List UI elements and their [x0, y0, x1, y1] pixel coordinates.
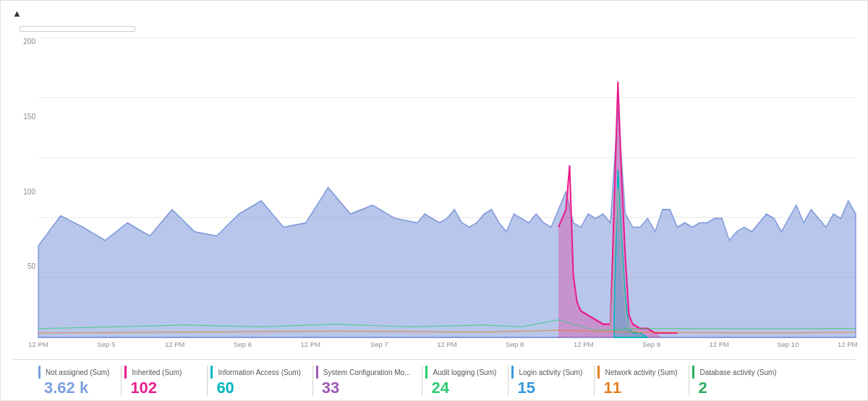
legend-text-3: System Configuration Mo...	[323, 368, 411, 376]
x-label-sep8: Sep 8	[506, 340, 524, 348]
legend-item-5: Login activity (Sum) 15	[511, 366, 591, 396]
y-label-100: 100	[12, 188, 38, 196]
y-label-50: 50	[12, 262, 38, 270]
legend-text-4: Audit logging (Sum)	[433, 368, 496, 376]
panel-header: ▲	[12, 8, 856, 19]
legend-color-4	[425, 366, 427, 379]
legend-color-6	[597, 366, 600, 379]
legend-text-6: Network activity (Sum)	[605, 368, 677, 376]
legend-value-6: 11	[597, 380, 677, 396]
x-label-sep10: Sep 10	[777, 340, 799, 348]
legend-text-7: Database activity (Sum)	[699, 368, 776, 376]
legend-label-3: System Configuration Mo...	[316, 366, 411, 379]
legend-value-5: 15	[511, 380, 582, 396]
legend-label-0: Not assigned (Sum)	[38, 366, 109, 379]
legend-value-0: 3.62 k	[38, 380, 109, 396]
x-label-sep9: Sep 9	[642, 340, 660, 348]
legend-label-2: Information Access (Sum)	[210, 366, 300, 379]
legend-text-1: Inherited (Sum)	[132, 368, 182, 376]
y-label-200: 200	[12, 38, 38, 46]
legend-item-1: Inherited (Sum) 102	[124, 366, 204, 396]
legend-value-3: 33	[316, 380, 411, 396]
legend-color-0	[38, 366, 41, 379]
legend-label-1: Inherited (Sum)	[124, 366, 195, 379]
svg-marker-6	[38, 108, 856, 337]
x-label-sep6: Sep 6	[234, 340, 252, 348]
legend-label-5: Login activity (Sum)	[511, 366, 582, 379]
chart-container: 200 150 100 50	[12, 38, 856, 359]
chart-svg	[38, 38, 856, 337]
x-label-12pm-2: 12 PM	[165, 340, 184, 348]
legend-label-6: Network activity (Sum)	[597, 366, 677, 379]
x-label-12pm-1: 12 PM	[28, 340, 48, 348]
x-label-12pm-6: 12 PM	[710, 340, 729, 348]
incidents-trend-panel: ▲ 200 150 100 50	[1, 1, 867, 400]
legend-item-2: Information Access (Sum) 60	[210, 366, 309, 396]
x-label-sep7: Sep 7	[370, 340, 388, 348]
legend-text-0: Not assigned (Sum)	[46, 368, 109, 376]
x-label-sep5: Sep 5	[97, 340, 115, 348]
legend-label-7: Database activity (Sum)	[692, 366, 776, 379]
legend-value-4: 24	[425, 380, 496, 396]
legend-value-7: 2	[692, 380, 776, 396]
chart-area: 200 150 100 50	[12, 38, 856, 359]
legend-value-2: 60	[210, 380, 300, 396]
legend-color-7	[692, 366, 694, 379]
legend-item-4: Audit logging (Sum) 24	[425, 366, 505, 396]
chart-svg-container	[38, 38, 856, 337]
legend-item-7: Database activity (Sum) 2	[692, 366, 785, 396]
legend-color-5	[511, 366, 514, 379]
legend-item-0: Not assigned (Sum) 3.62 k	[38, 366, 118, 396]
legend-color-1	[124, 366, 127, 379]
x-label-12pm-7: 12 PM	[838, 340, 857, 348]
legend-label-4: Audit logging (Sum)	[425, 366, 496, 379]
x-label-12pm-5: 12 PM	[574, 340, 593, 348]
y-label-150: 150	[12, 113, 38, 121]
legend-text-2: Information Access (Sum)	[218, 368, 300, 376]
x-label-12pm-3: 12 PM	[301, 340, 320, 348]
legend-item-6: Network activity (Sum) 11	[597, 366, 686, 396]
filter-row	[12, 26, 856, 32]
chevron-up-icon: ▲	[12, 8, 22, 19]
x-axis: 12 PM Sep 5 12 PM Sep 6 12 PM Sep 7 12 P…	[38, 337, 856, 359]
legend-item-3: System Configuration Mo... 33	[316, 366, 420, 396]
legend-value-1: 102	[124, 380, 195, 396]
legend-text-5: Login activity (Sum)	[519, 368, 582, 376]
legend-area: Not assigned (Sum) 3.62 k Inherited (Sum…	[12, 359, 856, 400]
legend-color-3	[316, 366, 318, 379]
y-axis: 200 150 100 50	[12, 38, 38, 337]
x-label-12pm-4: 12 PM	[437, 340, 456, 348]
legend-color-2	[210, 366, 213, 379]
detail-incidents-dropdown[interactable]	[20, 26, 135, 32]
